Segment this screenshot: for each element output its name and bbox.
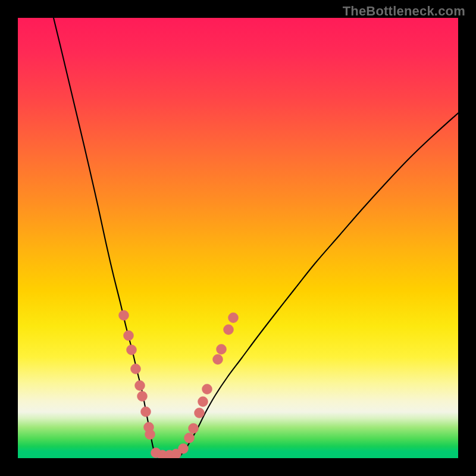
curve-paths [54,18,458,458]
marker-point [137,392,148,402]
curve-layer [18,18,458,458]
marker-point [124,331,134,341]
marker-point [135,381,145,391]
marker-point [202,384,212,394]
curve-right-branch [180,113,458,456]
marker-point [195,408,205,418]
marker-point [141,407,151,417]
marker-point [184,433,195,443]
data-markers [119,311,239,459]
marker-point [178,444,189,454]
marker-point [189,424,199,434]
marker-point [198,397,208,407]
watermark-text: TheBottleneck.com [343,4,465,19]
marker-point [228,313,239,323]
marker-point [127,345,137,355]
marker-point [119,311,129,321]
marker-point [217,345,227,355]
marker-point [131,364,141,374]
marker-point [145,430,155,440]
marker-point [224,325,234,335]
marker-point [213,355,223,365]
plot-area [18,18,458,458]
